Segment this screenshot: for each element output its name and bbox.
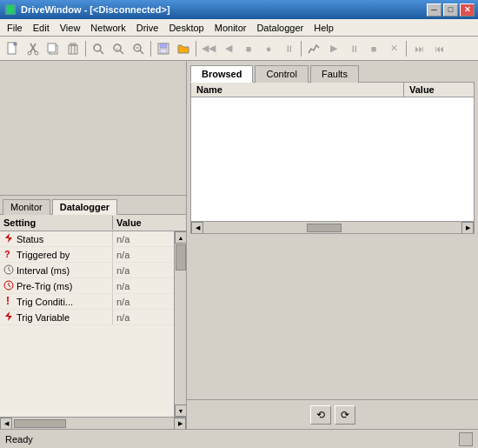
svg-rect-22 [160,43,167,48]
dl-row: Status n/a [0,231,174,247]
toolbar-rewind[interactable]: ◀◀ [199,39,218,58]
svg-marker-24 [5,233,12,243]
toolbar-pause[interactable]: ⏸ [279,39,298,58]
toolbar-prev[interactable]: ⏮ [429,39,448,58]
bottom-tab-bar: Monitor Datalogger [0,196,186,214]
browsed-hscroll: ◀ ▶ [191,221,474,233]
menu-monitor[interactable]: Monitor [209,19,252,36]
toolbar-delete[interactable] [63,39,83,58]
toolbar-search1[interactable] [89,39,108,58]
svg-line-14 [100,50,103,54]
menu-file[interactable]: File [2,19,28,36]
dl-hscroll-track [12,418,174,429]
tab-monitor[interactable]: Monitor [3,199,50,215]
dl-setting-label: Interval (ms) [17,265,70,276]
toolbar-open[interactable] [174,39,193,58]
menu-help[interactable]: Help [309,19,339,36]
menu-drive[interactable]: Drive [131,19,164,36]
browsed-panel: Name Value ◀ ▶ [190,82,475,234]
toolbar-copy[interactable] [43,39,63,58]
maximize-button[interactable]: □ [443,3,458,17]
toolbar-back[interactable]: ◀ [219,39,238,58]
toolbar-search2[interactable]: + [109,39,128,58]
dl-header-value: Value [113,216,186,230]
dl-cell-value: n/a [113,249,174,261]
dl-setting-label: Trig Conditi... [17,297,73,307]
dl-scroll-track [175,244,186,405]
dl-scroll-down[interactable]: ▼ [175,405,186,417]
right-panel: Browsed Control Faults Name Value ◀ ▶ [187,61,478,429]
toolbar-sep-3 [196,41,196,57]
dl-scroll-thumb[interactable] [176,244,186,271]
browsed-hscroll-left[interactable]: ◀ [191,222,203,234]
tab-faults[interactable]: Faults [310,65,359,83]
dl-cell-value: n/a [113,311,174,324]
toolbar-sep-4 [301,41,302,57]
toolbar-search3[interactable] [129,39,148,58]
browsed-hscroll-right[interactable]: ▶ [461,222,474,234]
left-panel: Monitor Datalogger Setting Value Status … [0,61,187,429]
menu-datalogger[interactable]: Datalogger [251,19,309,36]
dl-scroll-up[interactable]: ▲ [175,231,186,244]
dl-cell-value: n/a [113,264,174,277]
browsed-header: Name Value [191,83,474,97]
svg-line-28 [9,270,10,271]
dl-hscroll-right[interactable]: ▶ [174,418,186,430]
toolbar-play[interactable]: ▶ [324,39,343,58]
dl-cell-setting: ! Trig Conditi... [0,294,113,309]
toolbar-cut[interactable] [23,39,43,58]
dl-setting-label: Trig Variable [17,312,70,323]
svg-line-16 [120,50,123,54]
dl-hscroll-thumb[interactable] [14,419,66,428]
menu-network[interactable]: Network [85,19,130,36]
dl-header-setting: Setting [0,216,113,230]
dl-row: Trig Variable n/a [0,310,174,325]
row-icon-5 [3,311,14,324]
toolbar-record[interactable]: ● [259,39,278,58]
rb-btn-next[interactable]: ⟳ [335,405,355,425]
tab-control[interactable]: Control [255,65,308,83]
status-bar: Ready [0,429,478,448]
dl-row: Interval (ms) n/a [0,263,174,278]
window-title: DriveWindow - [<Disconnected>] [21,4,427,15]
tab-browsed[interactable]: Browsed [190,65,253,83]
row-icon-1: ? [3,248,14,261]
datalogger-panel: Setting Value Status n/a ? Triggered by … [0,214,186,429]
svg-rect-23 [160,49,167,53]
dl-setting-label: Pre-Trig (ms) [17,281,72,291]
dl-cell-setting: Interval (ms) [0,263,113,277]
toolbar-sep-5 [406,41,407,57]
dl-cell-setting: Status [0,231,113,246]
close-button[interactable]: ✕ [460,3,475,17]
menu-desktop[interactable]: Desktop [163,19,209,36]
menu-view[interactable]: View [55,19,86,36]
dl-rows: Status n/a ? Triggered by n/a Interval (… [0,231,174,417]
toolbar-stop2[interactable]: ■ [364,39,383,58]
toolbar-chart[interactable] [304,39,323,58]
tab-datalogger[interactable]: Datalogger [52,199,117,215]
minimize-button[interactable]: ─ [427,3,441,17]
toolbar-pause2[interactable]: ⏸ [344,39,363,58]
menu-edit[interactable]: Edit [28,19,55,36]
svg-rect-1 [7,6,14,13]
toolbar-skip[interactable]: ⏭ [409,39,428,58]
dl-setting-label: Status [17,234,43,244]
dl-scroll-area: Status n/a ? Triggered by n/a Interval (… [0,231,186,417]
browsed-hscroll-thumb[interactable] [307,224,342,232]
dl-table-header: Setting Value [0,215,186,231]
toolbar: + ◀◀ ◀ ■ ● ⏸ ▶ ⏸ ■ ✕ ⏭ ⏮ [0,37,478,61]
svg-line-19 [140,50,143,54]
toolbar-stop1[interactable]: ■ [239,39,258,58]
browsed-col-name: Name [191,83,404,97]
toolbar-cancel[interactable]: ✕ [384,39,403,58]
right-tab-bar: Browsed Control Faults [187,61,478,82]
row-icon-3 [3,279,14,292]
toolbar-save[interactable] [154,39,173,58]
toolbar-new[interactable] [3,39,23,58]
menu-bar: File Edit View Network Drive Desktop Mon… [0,19,478,37]
dl-row: Pre-Trig (ms) n/a [0,278,174,294]
dl-hscroll-left[interactable]: ◀ [0,418,12,430]
window-controls: ─ □ ✕ [427,3,475,17]
rb-btn-refresh[interactable]: ⟲ [310,405,331,425]
dl-row: ! Trig Conditi... n/a [0,294,174,310]
